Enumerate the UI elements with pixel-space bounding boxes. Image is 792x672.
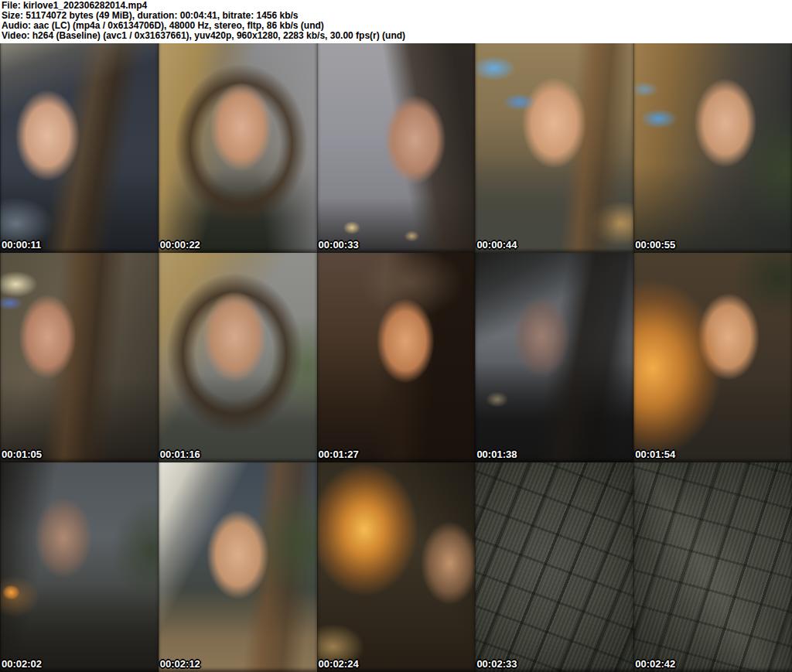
- video-thumbnail: 00:02:42: [633, 462, 792, 672]
- timestamp-label: 00:02:24: [319, 658, 359, 670]
- video-thumbnail: 00:02:12: [159, 462, 317, 672]
- video-thumbnail: 00:00:22: [159, 43, 317, 253]
- video-thumbnail: 00:01:38: [475, 253, 633, 462]
- timestamp-label: 00:00:11: [2, 239, 41, 251]
- video-thumbnail: 00:01:54: [633, 253, 792, 462]
- timestamp-label: 00:01:54: [635, 449, 675, 460]
- timestamp-label: 00:01:16: [160, 449, 200, 460]
- video-thumbnail: 00:02:02: [0, 462, 159, 672]
- timestamp-label: 00:02:02: [2, 658, 42, 670]
- timestamp-label: 00:01:27: [319, 449, 359, 460]
- video-thumbnail: 00:01:05: [0, 253, 159, 462]
- file-info-header: File: kirlove1_202306282014.mp4 Size: 51…: [0, 0, 792, 43]
- video-thumbnail: 00:01:16: [159, 253, 317, 462]
- video-thumbnail: 00:01:27: [317, 253, 476, 462]
- video-thumbnail: 00:00:44: [475, 43, 633, 253]
- timestamp-label: 00:02:12: [160, 658, 200, 670]
- video-thumbnail: 00:02:33: [475, 462, 633, 672]
- timestamp-label: 00:02:42: [635, 658, 675, 670]
- timestamp-label: 00:00:33: [319, 239, 359, 251]
- timestamp-label: 00:00:55: [635, 239, 675, 251]
- thumbnail-contact-sheet: 00:00:11 00:00:22 00:00:33 00:00:44 00:0…: [0, 43, 792, 672]
- video-thumbnail: 00:02:24: [317, 462, 476, 672]
- timestamp-label: 00:01:05: [2, 449, 42, 460]
- video-thumbnail: 00:00:33: [317, 43, 476, 253]
- timestamp-label: 00:00:22: [160, 239, 200, 251]
- timestamp-label: 00:02:33: [476, 658, 517, 670]
- timestamp-label: 00:00:44: [476, 239, 517, 251]
- timestamp-label: 00:01:38: [476, 449, 517, 460]
- video-thumbnail: 00:00:55: [633, 43, 792, 253]
- video-info-line: Video: h264 (Baseline) (avc1 / 0x3163766…: [2, 31, 792, 41]
- video-thumbnail: 00:00:11: [0, 43, 159, 253]
